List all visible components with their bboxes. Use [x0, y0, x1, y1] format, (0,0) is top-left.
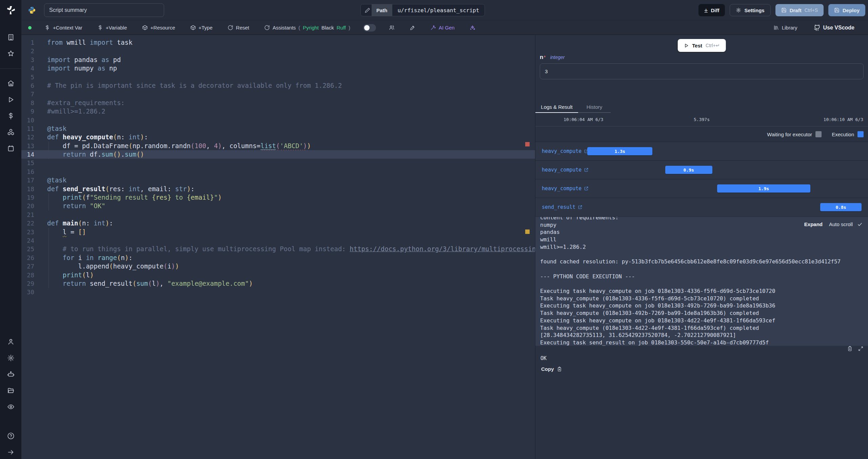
path-label: Path: [372, 4, 392, 16]
add-variable-button[interactable]: +Variable: [95, 24, 129, 31]
code-line-25: 25 # to run things in parallel, simply u…: [21, 245, 535, 253]
line-content: def send_result(res: int, email: str):: [47, 185, 195, 193]
add-context-var-button[interactable]: +Context Var: [42, 24, 84, 31]
line-content: print(f"Sending result {res} to {email}"…: [47, 193, 222, 202]
sidebar-item-help[interactable]: [0, 428, 21, 444]
script-summary-input[interactable]: [44, 3, 164, 17]
line-number: 2: [21, 47, 34, 55]
path-chip[interactable]: Path u/rfiszel/pleasant_script: [360, 4, 485, 16]
deploy-button[interactable]: Deploy: [828, 4, 865, 16]
tab-history[interactable]: History: [578, 102, 611, 113]
sidebar: [0, 0, 21, 459]
run-times-row: 10:06:04 AM 6/3 5.397s 10:06:10 AM 6/3: [535, 113, 868, 126]
assistants-label: Assistants: [273, 25, 296, 31]
sidebar-item-building[interactable]: [0, 29, 21, 45]
settings-button[interactable]: Settings: [730, 4, 770, 16]
legend-waiting-label: Waiting for executor: [767, 132, 812, 137]
sidebar-item-calendar[interactable]: [0, 140, 21, 157]
line-number: 8: [21, 99, 34, 107]
assistants-button[interactable]: Assistants (Pyright Black Ruff): [262, 24, 352, 31]
add-variable-label: +Variable: [106, 25, 127, 31]
eye-icon: [7, 403, 15, 411]
ai-gen-button[interactable]: AI Gen: [428, 24, 457, 31]
ai-gen-label: AI Gen: [439, 25, 455, 31]
gantt-row-heavy_compute: heavy_compute1.9s: [535, 179, 868, 198]
reset-button[interactable]: Reset: [225, 24, 251, 31]
use-vscode-button[interactable]: Use VScode: [812, 24, 856, 32]
line-content: from wmill import task: [47, 38, 133, 47]
format-button[interactable]: [408, 24, 417, 31]
code-line-12: 12def heavy_compute(n: int):: [21, 133, 535, 141]
topbar-actions: ± Diff Settings Draft Ctrl+S: [698, 4, 865, 16]
github-icon: [814, 24, 821, 31]
line-number: 24: [21, 236, 34, 245]
sidebar-item-dollar[interactable]: [0, 108, 21, 124]
arg-required-mark: *: [544, 54, 546, 60]
result-value: OK: [540, 355, 547, 361]
copy-result-button[interactable]: [847, 346, 853, 352]
windmill-logo[interactable]: [0, 0, 21, 20]
pencil-icon: [365, 7, 370, 13]
code-editor[interactable]: 1from wmill import task23import pandas a…: [21, 35, 535, 459]
result-tabs: Logs & Result History: [535, 102, 868, 113]
add-resource-button[interactable]: +Resource: [140, 24, 177, 31]
sidebar-item-arrow-right[interactable]: [0, 444, 21, 459]
draft-button[interactable]: Draft Ctrl+S: [775, 4, 824, 16]
gantt-row-send_result: send_result0.8s: [535, 198, 868, 216]
sidebar-item-star[interactable]: [0, 45, 21, 62]
job-link-send_result[interactable]: send_result: [540, 204, 585, 211]
diff-label: Diff: [711, 7, 719, 13]
sidebar-item-user[interactable]: [0, 334, 21, 350]
add-type-button[interactable]: +Type: [188, 24, 215, 31]
execution-bar[interactable]: 1.3s: [587, 147, 652, 155]
job-link-heavy_compute[interactable]: heavy_compute: [540, 148, 591, 155]
execution-bar[interactable]: 0.9s: [665, 166, 712, 174]
test-button[interactable]: Test Ctrl+↵: [677, 39, 726, 52]
job-link-heavy_compute[interactable]: heavy_compute: [540, 166, 591, 173]
log-line: pandas: [540, 228, 863, 236]
execution-bar[interactable]: 1.9s: [717, 184, 811, 193]
code-line-27: 27 l.append(heavy_compute(i)): [21, 262, 535, 271]
job-link-heavy_compute[interactable]: heavy_compute: [540, 185, 591, 192]
log-line: Executing task heavy_compute on job 018e…: [540, 302, 863, 310]
external-link-icon: [578, 205, 583, 209]
sidebar-item-eye[interactable]: [0, 399, 21, 415]
code-line-2: 2: [21, 47, 535, 55]
expand-logs-button[interactable]: Expand: [802, 221, 825, 227]
code-line-6: 6# The pin is important since task is a …: [21, 81, 535, 90]
arg-n-input[interactable]: [540, 63, 864, 79]
diff-button[interactable]: ± Diff: [698, 4, 725, 16]
gantt-row-heavy_compute: heavy_compute0.9s: [535, 160, 868, 179]
fullscreen-result-button[interactable]: [858, 346, 864, 352]
sidebar-item-gear[interactable]: [0, 350, 21, 366]
sidebar-item-play[interactable]: [0, 92, 21, 108]
line-content: import numpy as np: [47, 64, 117, 73]
code-line-19: 19 print(f"Sending result {res} to {emai…: [21, 193, 535, 202]
sidebar-item-robot[interactable]: [0, 366, 21, 382]
test-shortcut: Ctrl+↵: [706, 43, 720, 48]
play-icon: [7, 96, 15, 103]
sidebar-item-cubes[interactable]: [0, 124, 21, 140]
indent-guide: [48, 228, 49, 288]
copy-button[interactable]: Copy: [539, 364, 565, 374]
line-content: for i in range(n):: [47, 254, 133, 262]
line-number: 28: [21, 271, 34, 279]
indent-guide: [48, 193, 49, 211]
sidebar-item-folder[interactable]: [0, 382, 21, 399]
tab-logs-result[interactable]: Logs & Result: [535, 102, 578, 113]
assistants-paren-open: (: [298, 25, 300, 31]
run-end-time: 10:06:10 AM 6/3: [824, 113, 863, 126]
line-content: #wmill>=1.286.2: [47, 107, 105, 116]
check-icon[interactable]: [857, 222, 863, 227]
line-content: df = pd.DataFrame(np.random.randn(100, 4…: [47, 142, 311, 150]
ai-sparkles-button[interactable]: [468, 24, 477, 31]
log-line: Task heavy_compute (018e1303-492b-7269-b…: [540, 310, 863, 317]
line-number: 9: [21, 107, 34, 116]
sidebar-item-home[interactable]: [0, 75, 21, 92]
line-number: 5: [21, 73, 34, 81]
argument-label: n* integer: [540, 54, 565, 61]
library-button[interactable]: Library: [771, 24, 800, 31]
execution-bar[interactable]: 0.8s: [820, 203, 862, 211]
diff-mode-toggle[interactable]: [363, 24, 376, 32]
multiplayer-button[interactable]: [387, 24, 397, 31]
